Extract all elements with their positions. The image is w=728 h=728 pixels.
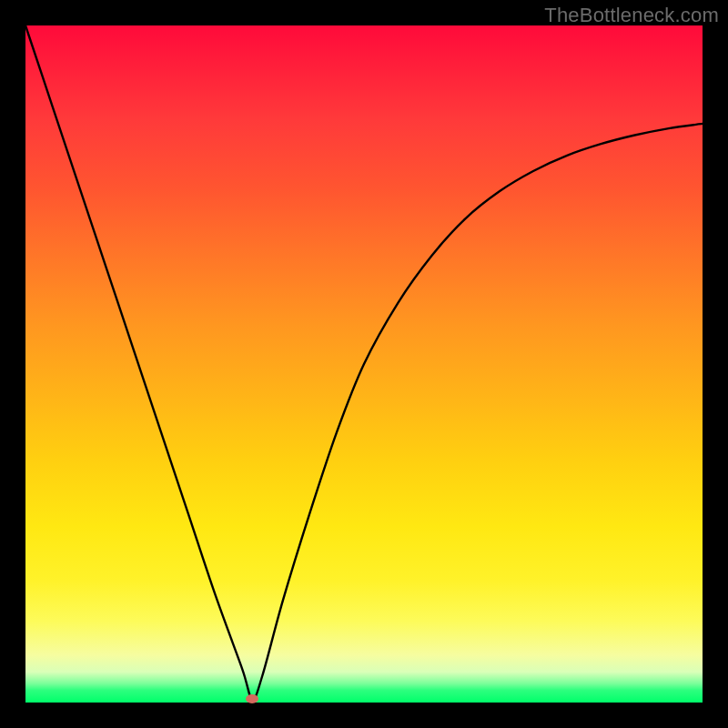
optimal-point-marker [246,694,258,703]
plot-area [25,25,703,703]
bottleneck-curve [25,25,703,703]
watermark-text: TheBottleneck.com [544,4,719,27]
chart-frame: TheBottleneck.com [0,0,728,728]
